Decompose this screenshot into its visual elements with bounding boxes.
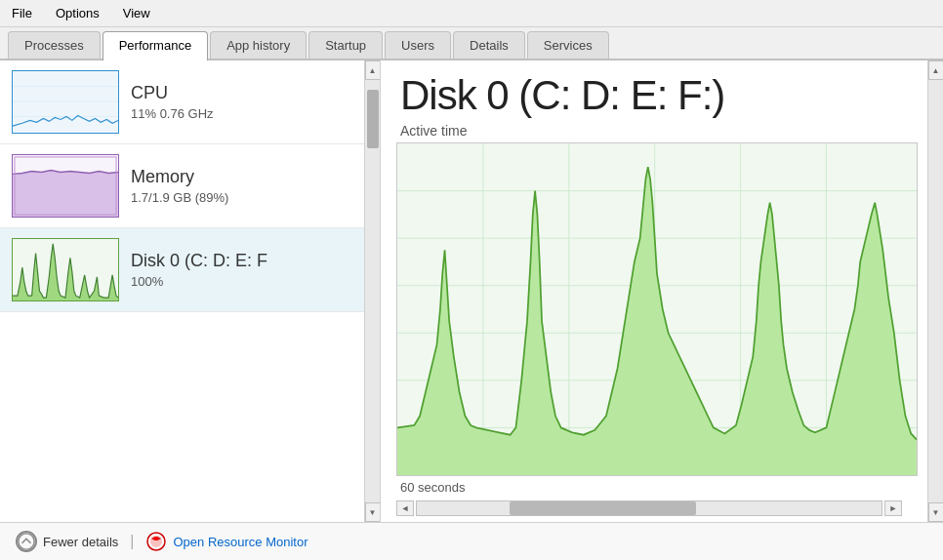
menu-file[interactable]: File [8,4,36,22]
left-panel: CPU 11% 0.76 GHz Memor [0,60,381,522]
disk-resource-item[interactable]: Disk 0 (C: D: E: F 100% [0,228,364,312]
disk-info: Disk 0 (C: D: E: F 100% [131,251,352,289]
memory-resource-item[interactable]: Memory 1.7/1.9 GB (89%) [0,144,364,228]
right-scroll-up[interactable]: ▲ [928,60,944,80]
time-label: 60 seconds [381,476,943,499]
right-scroll-down[interactable]: ▼ [928,502,944,522]
right-scroll-track[interactable] [928,80,944,502]
resource-monitor-icon [145,531,167,552]
right-scrollbar[interactable]: ▲ ▼ [927,60,943,522]
bottom-bar: Fewer details | Open Resource Monitor [0,522,943,560]
menu-options[interactable]: Options [52,4,103,22]
main-content: CPU 11% 0.76 GHz Memor [0,60,943,522]
cpu-thumbnail [12,70,119,134]
tab-performance[interactable]: Performance [102,31,208,60]
open-monitor-label: Open Resource Monitor [173,535,308,549]
chart-label: Active time [381,123,943,142]
tab-details[interactable]: Details [453,31,525,59]
memory-value: 1.7/1.9 GB (89%) [131,190,352,205]
separator: | [130,533,134,550]
open-resource-monitor-button[interactable]: Open Resource Monitor [145,531,308,552]
resource-list: CPU 11% 0.76 GHz Memor [0,60,364,522]
svg-rect-0 [13,71,118,133]
scroll-thumb[interactable] [367,90,379,148]
svg-point-25 [154,537,158,540]
disk-thumbnail [12,238,119,301]
svg-marker-5 [13,171,118,217]
tab-services[interactable]: Services [527,31,609,59]
memory-thumbnail [12,154,119,218]
svg-rect-7 [13,239,118,300]
fewer-details-icon [16,531,37,552]
disk-name: Disk 0 (C: D: E: F [131,251,352,271]
memory-info: Memory 1.7/1.9 GB (89%) [131,167,352,205]
h-scroll-thumb[interactable] [510,501,695,515]
scroll-down-arrow[interactable]: ▼ [365,502,381,522]
h-scroll-track[interactable] [416,500,882,516]
right-panel: ▲ ▼ Disk 0 (C: D: E: F:) Active time [381,60,943,522]
memory-name: Memory [131,167,352,187]
h-scrollbar[interactable]: ◄ ► [381,499,918,518]
tab-bar: Processes Performance App history Startu… [0,27,943,60]
h-scroll-right[interactable]: ► [884,500,902,516]
disk-detail-title: Disk 0 (C: D: E: F:) [381,60,943,123]
left-scrollbar[interactable]: ▲ ▼ [364,60,380,522]
tab-app-history[interactable]: App history [210,31,307,59]
h-scroll-left[interactable]: ◄ [396,500,414,516]
cpu-info: CPU 11% 0.76 GHz [131,83,352,121]
svg-point-22 [19,534,34,549]
fewer-details-button[interactable]: Fewer details [16,531,118,552]
menu-view[interactable]: View [119,4,154,22]
disk-chart [396,142,918,476]
scroll-track[interactable] [365,80,381,502]
cpu-name: CPU [131,83,352,103]
cpu-resource-item[interactable]: CPU 11% 0.76 GHz [0,60,364,144]
tab-startup[interactable]: Startup [308,31,383,59]
tab-processes[interactable]: Processes [8,31,101,59]
tab-users[interactable]: Users [385,31,451,59]
fewer-details-label: Fewer details [43,535,118,549]
disk-value: 100% [131,274,352,289]
cpu-value: 11% 0.76 GHz [131,106,352,121]
scroll-up-arrow[interactable]: ▲ [365,60,381,80]
menu-bar: File Options View [0,0,943,27]
